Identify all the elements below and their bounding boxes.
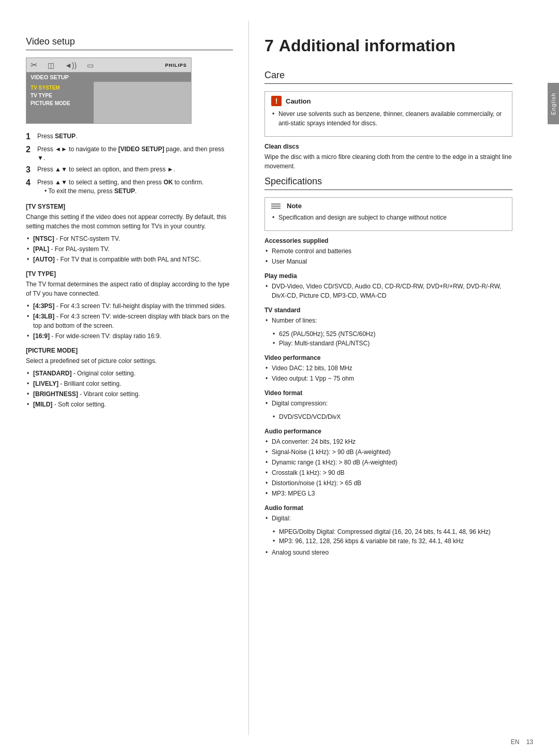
tv-standard-item-2: Play: Multi-standard (PAL/NTSC) — [273, 339, 512, 348]
speaker-icon: ◄)) — [65, 61, 77, 69]
video-format-compression-label: Digital compression: — [264, 399, 512, 408]
tv-system-item-ntsc: [NTSC] - For NTSC-system TV. — [26, 234, 233, 243]
video-perf-title: Video performance — [264, 354, 512, 361]
tv-type-item-169: [16:9] - For wide-screen TV: display rat… — [26, 331, 233, 341]
note-item-1: Specification and design are subject to … — [271, 213, 506, 222]
chapter-title: Additional information — [279, 36, 455, 55]
menu-item-tv-system: TV SYSTEM — [31, 84, 90, 92]
caution-label: Caution — [286, 97, 311, 105]
play-media-title: Play media — [264, 272, 512, 280]
menu-label-bar: VIDEO SETUP — [26, 72, 191, 82]
audio-format-analog-list: Analog sound stereo — [264, 548, 512, 557]
video-format-title: Video format — [264, 389, 512, 397]
note-line-2 — [271, 206, 281, 207]
clean-discs-text: Wipe the disc with a micro fibre cleanin… — [264, 152, 512, 171]
audio-perf-item-2: Signal-Noise (1 kHz): > 90 dB (A-weighte… — [264, 447, 512, 457]
caution-item-1: Never use solvents such as benzene, thin… — [271, 109, 506, 128]
steps-list: 1 Press SETUP. 2 Press ◄► to navigate to… — [26, 132, 233, 196]
audio-perf-item-1: DA converter: 24 bits, 192 kHz — [264, 437, 512, 446]
audio-perf-item-3: Dynamic range (1 kHz): > 80 dB (A-weight… — [264, 458, 512, 467]
step-1: 1 Press SETUP. — [26, 132, 233, 142]
menu-right-panel — [94, 82, 191, 123]
video-perf-item-2: Video output: 1 Vpp ~ 75 ohm — [264, 374, 512, 383]
tv-type-title: [TV TYPE] — [26, 270, 233, 278]
menu-item-picture-mode: PICTURE MODE — [31, 99, 90, 107]
care-title: Care — [264, 70, 512, 84]
audio-perf-item-5: Distortion/noise (1 kHz): > 65 dB — [264, 478, 512, 488]
step-4-content: Press ▲▼ to select a setting, and then p… — [37, 178, 233, 196]
side-tab: English — [548, 83, 559, 124]
step-1-content: Press SETUP. — [37, 132, 233, 142]
accessories-title: Accessories supplied — [264, 237, 512, 244]
step-2-number: 2 — [26, 144, 37, 163]
video-perf-list: Video DAC: 12 bits, 108 MHz Video output… — [264, 364, 512, 383]
accessories-item-2: User Manual — [264, 257, 512, 266]
page-footer: EN 13 — [511, 738, 533, 746]
menu-image: ✂ ◫ ◄)) ▭ PHILIPS VIDEO SETUP TV SYSTEM … — [26, 57, 192, 124]
audio-format-nested-list: MPEG/Dolby Digital: Compressed digital (… — [273, 527, 512, 546]
note-line-1 — [271, 203, 281, 205]
menu-item-tv-type: TV TYPE — [31, 92, 90, 99]
video-format-nested-list: DVD/SVCD/VCD/DivX — [273, 412, 512, 421]
picture-mode-item-standard: [STANDARD] - Original color setting. — [26, 369, 233, 378]
accessories-list: Remote control and batteries User Manual — [264, 246, 512, 266]
chapter-number: 7 — [264, 36, 274, 55]
step-4-number: 4 — [26, 177, 37, 196]
note-list: Specification and design are subject to … — [271, 213, 506, 222]
tv-type-desc: The TV format determines the aspect rati… — [26, 280, 233, 298]
grid-icon: ◫ — [48, 61, 54, 69]
picture-mode-item-lively: [LIVELY] - Brilliant color setting. — [26, 379, 233, 388]
specifications-title: Specifications — [264, 176, 512, 190]
audio-format-digital-label: Digital: — [264, 514, 512, 523]
audio-perf-list: DA converter: 24 bits, 192 kHz Signal-No… — [264, 437, 512, 498]
scissors-icon: ✂ — [31, 60, 37, 70]
tv-type-item-43ps: [4:3PS] - For 4:3 screen TV: full-height… — [26, 301, 233, 311]
step-1-number: 1 — [26, 131, 37, 142]
audio-format-list: Digital: — [264, 514, 512, 523]
philips-logo: PHILIPS — [165, 63, 187, 68]
step-2: 2 Press ◄► to navigate to the [VIDEO SET… — [26, 145, 233, 163]
clean-discs-title: Clean discs — [264, 143, 512, 150]
picture-mode-section: [PICTURE MODE] Select a predefined set o… — [26, 347, 233, 409]
tv-type-section: [TV TYPE] The TV format determines the a… — [26, 270, 233, 341]
step-4: 4 Press ▲▼ to select a setting, and then… — [26, 178, 233, 196]
audio-perf-title: Audio performance — [264, 428, 512, 435]
tv-standard-item-1: 625 (PAL/50Hz); 525 (NTSC/60Hz) — [273, 329, 512, 339]
menu-left-panel: TV SYSTEM TV TYPE PICTURE MODE — [26, 82, 94, 123]
step-3: 3 Press ▲▼ to select an option, and them… — [26, 165, 233, 176]
picture-mode-desc: Select a predefined set of picture color… — [26, 356, 233, 366]
tv-system-item-pal: [PAL] - For PAL-system TV. — [26, 244, 233, 254]
page-number: 13 — [526, 738, 533, 746]
caution-icon: ! — [271, 96, 282, 106]
video-format-list: Digital compression: — [264, 399, 512, 408]
display-icon: ▭ — [87, 61, 94, 69]
tv-standard-title: TV standard — [264, 307, 512, 314]
tv-standard-list: Number of lines: — [264, 316, 512, 325]
tv-system-title: [TV SYSTEM] — [26, 203, 233, 210]
play-media-item-1: DVD-Video, Video CD/SVCD, Audio CD, CD-R… — [264, 282, 512, 300]
accessories-item-1: Remote control and batteries — [264, 246, 512, 256]
audio-perf-item-4: Crosstalk (1 kHz): > 90 dB — [264, 468, 512, 477]
tv-system-item-auto: [AUTO] - For TV that is compatible with … — [26, 255, 233, 264]
video-perf-item-1: Video DAC: 12 bits, 108 MHz — [264, 364, 512, 373]
tv-standard-nested-list: 625 (PAL/50Hz); 525 (NTSC/60Hz) Play: Mu… — [273, 329, 512, 348]
picture-mode-list: [STANDARD] - Original color setting. [LI… — [26, 369, 233, 409]
en-label: EN — [511, 738, 520, 746]
audio-perf-item-6: MP3: MPEG L3 — [264, 489, 512, 498]
audio-format-title: Audio format — [264, 504, 512, 512]
step-3-number: 3 — [26, 164, 37, 176]
picture-mode-item-brightness: [BRIGHTNESS] - Vibrant color setting. — [26, 389, 233, 399]
step-2-content: Press ◄► to navigate to the [VIDEO SETUP… — [37, 145, 233, 163]
picture-mode-title: [PICTURE MODE] — [26, 347, 233, 354]
tv-type-list: [4:3PS] - For 4:3 screen TV: full-height… — [26, 301, 233, 341]
caution-box: ! Caution Never use solvents such as ben… — [264, 91, 512, 137]
caution-list: Never use solvents such as benzene, thin… — [271, 109, 506, 128]
left-section-title: Video setup — [26, 36, 233, 50]
tv-standard-lines-label: Number of lines: — [264, 316, 512, 325]
tv-type-item-43lb: [4:3LB] - For 4:3 screen TV: wide-screen… — [26, 312, 233, 330]
tv-system-desc: Change this setting if the video does no… — [26, 212, 233, 231]
tv-system-list: [NTSC] - For NTSC-system TV. [PAL] - For… — [26, 234, 233, 264]
tv-system-section: [TV SYSTEM] Change this setting if the v… — [26, 203, 233, 264]
step-3-content: Press ▲▼ to select an option, and them p… — [37, 165, 233, 176]
audio-format-sub-item-2: MP3: 96, 112, 128, 256 kbps & variable b… — [273, 536, 512, 546]
